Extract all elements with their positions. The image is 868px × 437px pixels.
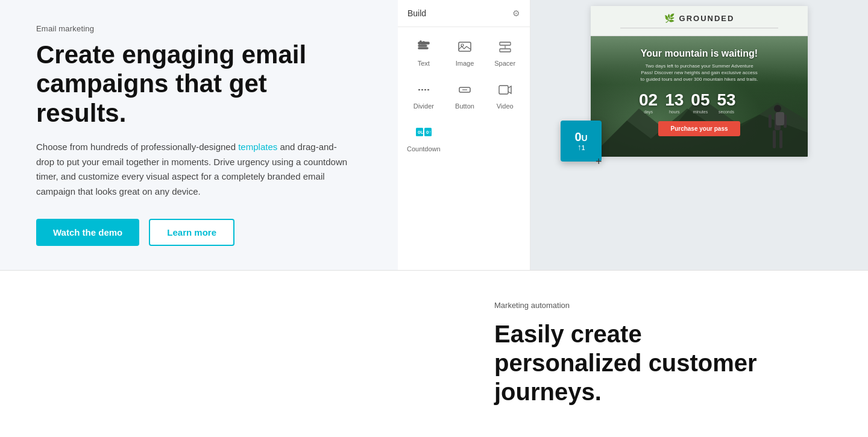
countdown-icon: 0U 0↑ bbox=[415, 125, 432, 142]
video-icon-svg bbox=[498, 83, 512, 97]
main-heading: Create engaging email campaigns that get… bbox=[36, 40, 362, 128]
svg-rect-4 bbox=[459, 42, 471, 51]
divider-label: Divider bbox=[414, 102, 434, 110]
video-label: Video bbox=[497, 102, 514, 110]
svg-text:0U: 0U bbox=[418, 130, 424, 135]
image-icon-svg bbox=[458, 40, 472, 54]
divider-icon bbox=[417, 83, 431, 99]
image-label: Image bbox=[456, 60, 474, 67]
divider-icon-svg bbox=[417, 83, 431, 97]
svg-rect-21 bbox=[773, 130, 776, 148]
text-label: Text bbox=[418, 60, 430, 67]
top-section: Email marketing Create engaging email ca… bbox=[0, 0, 868, 271]
text-icon-svg: Aa bbox=[417, 40, 431, 54]
spacer-label: Spacer bbox=[494, 60, 515, 67]
left-content: Email marketing Create engaging email ca… bbox=[0, 0, 398, 270]
svg-rect-25 bbox=[776, 112, 784, 125]
templates-link[interactable]: templates bbox=[238, 142, 277, 152]
svg-rect-1 bbox=[418, 45, 427, 46]
countdown-hours: 13 hours bbox=[665, 92, 684, 114]
brand-logo: 🌿 GROUNDED bbox=[664, 13, 735, 23]
bottom-section: Marketing automation Easily create perso… bbox=[0, 271, 868, 437]
countdown-icon-svg: 0U 0↑ bbox=[415, 125, 432, 140]
countdown-seconds-number: 53 bbox=[717, 92, 735, 108]
countdown-days: 02 days bbox=[639, 92, 658, 114]
build-panel: Build ⚙ Aa Text bbox=[398, 0, 530, 270]
floating-countdown-number: 0U bbox=[574, 131, 587, 143]
svg-text:0↑: 0↑ bbox=[426, 130, 431, 135]
svg-rect-8 bbox=[500, 49, 511, 52]
button-icon-svg bbox=[458, 83, 472, 97]
image-icon bbox=[458, 40, 472, 56]
countdown-minutes-number: 05 bbox=[691, 92, 709, 108]
countdown-seconds: 53 seconds bbox=[717, 92, 735, 114]
build-header: Build ⚙ bbox=[398, 0, 530, 27]
email-card: 🌿 GROUNDED bbox=[591, 6, 808, 157]
email-hero-subtitle: Two days left to purchase your Summer Ad… bbox=[639, 63, 760, 83]
svg-rect-23 bbox=[769, 115, 772, 128]
countdown-hours-label: hours bbox=[669, 110, 680, 114]
video-icon bbox=[498, 83, 512, 99]
svg-point-19 bbox=[774, 105, 781, 112]
hiker-figure bbox=[766, 102, 790, 157]
build-item-spacer[interactable]: Spacer bbox=[485, 32, 525, 75]
button-icon bbox=[458, 83, 472, 99]
bottom-left-placeholder bbox=[0, 271, 470, 437]
svg-text:Aa: Aa bbox=[419, 40, 426, 45]
watch-demo-button[interactable]: Watch the demo bbox=[36, 219, 139, 246]
countdown-minutes: 05 minutes bbox=[691, 92, 709, 114]
build-grid: Aa Text Image bbox=[398, 27, 530, 165]
brand-name: GROUNDED bbox=[679, 14, 735, 23]
email-hero-content: Your mountain is waiting! Two days left … bbox=[639, 48, 760, 136]
build-item-divider[interactable]: Divider bbox=[403, 75, 445, 118]
countdown-label: Countdown bbox=[407, 145, 441, 152]
text-icon: Aa bbox=[417, 40, 431, 56]
build-item-button[interactable]: Button bbox=[445, 75, 485, 118]
bottom-right: Marketing automation Easily create perso… bbox=[470, 271, 868, 437]
email-brand-bar: 🌿 GROUNDED bbox=[591, 6, 808, 36]
build-item-countdown[interactable]: 0U 0↑ Countdown bbox=[403, 118, 445, 160]
bottom-section-label: Marketing automation bbox=[494, 301, 832, 310]
spacer-icon bbox=[498, 40, 512, 56]
build-title: Build bbox=[407, 8, 426, 18]
svg-rect-12 bbox=[499, 86, 508, 94]
floating-countdown-sub: ↑1 bbox=[577, 143, 585, 151]
email-hero-title: Your mountain is waiting! bbox=[639, 48, 760, 59]
build-item-text[interactable]: Aa Text bbox=[403, 32, 445, 75]
brand-icon: 🌿 bbox=[664, 13, 676, 23]
brand-divider bbox=[620, 28, 778, 28]
button-group: Watch the demo Learn more bbox=[36, 219, 362, 246]
build-item-video[interactable]: Video bbox=[485, 75, 525, 118]
description: Choose from hundreds of professionally-d… bbox=[36, 140, 350, 200]
countdown-seconds-label: seconds bbox=[719, 110, 734, 114]
countdown-display: 02 days 13 hours 05 minutes bbox=[639, 92, 760, 114]
section-label: Email marketing bbox=[36, 24, 362, 33]
plus-cursor: + bbox=[596, 156, 602, 168]
svg-point-5 bbox=[461, 44, 464, 46]
bottom-heading: Easily create personalized customer jour… bbox=[494, 319, 832, 406]
gear-icon[interactable]: ⚙ bbox=[512, 8, 520, 18]
spacer-icon-svg bbox=[498, 40, 512, 54]
learn-more-button[interactable]: Learn more bbox=[149, 219, 234, 246]
countdown-days-label: days bbox=[644, 110, 653, 114]
svg-rect-22 bbox=[779, 130, 782, 148]
countdown-days-number: 02 bbox=[639, 92, 658, 108]
email-cta-button[interactable]: Purchase your pass bbox=[658, 121, 740, 136]
email-hero: Your mountain is waiting! Two days left … bbox=[591, 36, 808, 157]
button-label: Button bbox=[455, 102, 474, 110]
right-panel: Build ⚙ Aa Text bbox=[398, 0, 868, 270]
build-item-image[interactable]: Image bbox=[445, 32, 485, 75]
countdown-hours-number: 13 bbox=[665, 92, 684, 108]
countdown-minutes-label: minutes bbox=[693, 110, 708, 114]
svg-rect-2 bbox=[418, 48, 428, 49]
svg-rect-6 bbox=[500, 42, 511, 45]
